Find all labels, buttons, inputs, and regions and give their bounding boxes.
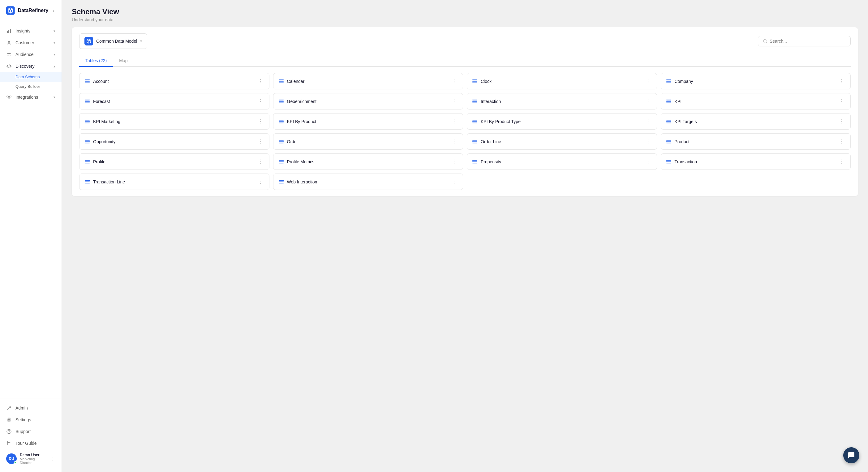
sidebar-item-support[interactable]: ? Support [0, 426, 62, 437]
table-card-product[interactable]: Product ⋮ [661, 133, 851, 150]
model-dropdown[interactable]: Common Data Model ▾ [79, 33, 147, 49]
table-card-interaction[interactable]: Interaction ⋮ [467, 93, 657, 109]
sidebar-item-tour-guide[interactable]: Tour Guide [0, 437, 62, 449]
svg-rect-79 [85, 180, 90, 181]
table-card-transaction[interactable]: Transaction ⋮ [661, 153, 851, 170]
table-card-name: KPI Marketing [93, 119, 254, 124]
svg-rect-67 [85, 160, 90, 161]
search-input[interactable] [770, 39, 845, 43]
svg-rect-83 [279, 181, 284, 182]
table-card-menu-button[interactable]: ⋮ [644, 118, 652, 125]
table-card-kpi-by-product-type[interactable]: KPI By Product Type ⋮ [467, 113, 657, 130]
table-card-opportunity[interactable]: Opportunity ⋮ [79, 133, 270, 150]
table-rows-icon [278, 99, 284, 104]
table-card-geoenrichment[interactable]: Geoenrichment ⋮ [273, 93, 463, 109]
content-area: Common Data Model ▾ Tables (22) Ma [62, 27, 868, 472]
chevron-down-icon: ▾ [54, 41, 55, 45]
table-card-menu-button[interactable]: ⋮ [451, 158, 458, 165]
sidebar-item-label: Settings [16, 417, 31, 422]
table-card-menu-button[interactable]: ⋮ [257, 178, 264, 185]
table-card-menu-button[interactable]: ⋮ [838, 138, 845, 145]
user-profile-area[interactable]: DU Demo User Marketing Director ⋮ [0, 449, 62, 468]
model-dropdown-icon [85, 37, 93, 45]
table-card-web-interaction[interactable]: Web Interaction ⋮ [273, 174, 463, 190]
table-card-menu-button[interactable]: ⋮ [838, 98, 845, 105]
table-rows-icon [85, 159, 90, 164]
table-card-kpi[interactable]: KPI ⋮ [661, 93, 851, 109]
tab-tables[interactable]: Tables (22) [79, 55, 113, 67]
table-card-kpi-targets[interactable]: KPI Targets ⋮ [661, 113, 851, 130]
table-card-menu-button[interactable]: ⋮ [257, 77, 264, 85]
svg-rect-73 [472, 160, 477, 161]
table-card-kpi-by-product[interactable]: KPI By Product ⋮ [273, 113, 463, 130]
table-card-menu-button[interactable]: ⋮ [451, 118, 458, 125]
table-card-menu-button[interactable]: ⋮ [838, 118, 845, 125]
svg-rect-72 [279, 163, 284, 164]
table-card-menu-button[interactable]: ⋮ [451, 77, 458, 85]
svg-rect-54 [666, 123, 671, 123]
table-card-transaction-line[interactable]: Transaction Line ⋮ [79, 174, 270, 190]
svg-point-4 [8, 41, 10, 43]
chat-fab-button[interactable] [843, 447, 859, 463]
table-card-menu-button[interactable]: ⋮ [257, 158, 264, 165]
table-card-menu-button[interactable]: ⋮ [838, 77, 845, 85]
svg-rect-38 [472, 101, 477, 102]
sidebar-item-integrations[interactable]: Integrations ▾ [0, 91, 62, 103]
wrench-icon [6, 405, 12, 411]
sidebar-item-insights[interactable]: Insights ▾ [0, 25, 62, 37]
code-icon [6, 63, 12, 69]
table-rows-icon [278, 179, 284, 185]
table-card-account[interactable]: Account ⋮ [79, 73, 270, 89]
search-box[interactable] [758, 36, 851, 46]
svg-rect-44 [85, 121, 90, 122]
table-card-menu-button[interactable]: ⋮ [644, 98, 652, 105]
table-card-name: Calendar [287, 79, 447, 84]
table-card-menu-button[interactable]: ⋮ [451, 98, 458, 105]
table-card-menu-button[interactable]: ⋮ [451, 138, 458, 145]
sidebar-item-settings[interactable]: Settings [0, 414, 62, 426]
tab-map[interactable]: Map [113, 55, 134, 67]
table-card-menu-button[interactable]: ⋮ [451, 178, 458, 185]
svg-rect-42 [666, 102, 671, 103]
table-card-profile-metrics[interactable]: Profile Metrics ⋮ [273, 153, 463, 170]
sidebar-item-label: Insights [16, 28, 30, 33]
sidebar-sub-item-data-schema[interactable]: Data Schema [0, 72, 62, 82]
svg-rect-57 [85, 143, 90, 144]
sidebar-item-admin[interactable]: Admin [0, 402, 62, 414]
logo-area: DataRefinery ‹ [0, 0, 62, 21]
table-card-clock[interactable]: Clock ⋮ [467, 73, 657, 89]
sidebar-collapse-button[interactable]: ‹ [51, 7, 55, 14]
table-card-calendar[interactable]: Calendar ⋮ [273, 73, 463, 89]
svg-rect-51 [472, 123, 477, 123]
table-card-order[interactable]: Order ⋮ [273, 133, 463, 150]
table-rows-icon [666, 159, 672, 164]
table-card-propensity[interactable]: Propensity ⋮ [467, 153, 657, 170]
svg-rect-43 [85, 120, 90, 121]
user-menu-button[interactable]: ⋮ [51, 456, 55, 462]
sidebar-sub-item-query-builder[interactable]: Query Builder [0, 82, 62, 91]
table-card-name: KPI By Product Type [481, 119, 641, 124]
table-card-menu-button[interactable]: ⋮ [644, 158, 652, 165]
sidebar-item-customer[interactable]: Customer ▾ [0, 37, 62, 49]
table-card-menu-button[interactable]: ⋮ [257, 118, 264, 125]
svg-rect-8 [7, 96, 8, 97]
table-card-forecast[interactable]: Forecast ⋮ [79, 93, 270, 109]
table-card-menu-button[interactable]: ⋮ [257, 138, 264, 145]
table-card-order-line[interactable]: Order Line ⋮ [467, 133, 657, 150]
integrations-icon [6, 94, 12, 100]
svg-rect-32 [85, 101, 90, 102]
table-rows-icon [472, 159, 477, 164]
sidebar-item-audience[interactable]: Audience ▾ [0, 49, 62, 60]
user-name: Demo User [20, 453, 47, 457]
sidebar-item-discovery[interactable]: Discovery ▴ [0, 60, 62, 72]
table-card-profile[interactable]: Profile ⋮ [79, 153, 270, 170]
table-card-name: Interaction [481, 99, 641, 104]
table-card-kpi-marketing[interactable]: KPI Marketing ⋮ [79, 113, 270, 130]
table-card-company[interactable]: Company ⋮ [661, 73, 851, 89]
table-card-menu-button[interactable]: ⋮ [257, 98, 264, 105]
table-card-menu-button[interactable]: ⋮ [838, 158, 845, 165]
table-card-menu-button[interactable]: ⋮ [644, 77, 652, 85]
table-card-menu-button[interactable]: ⋮ [644, 138, 652, 145]
svg-rect-80 [85, 181, 90, 182]
table-rows-icon [472, 119, 477, 124]
